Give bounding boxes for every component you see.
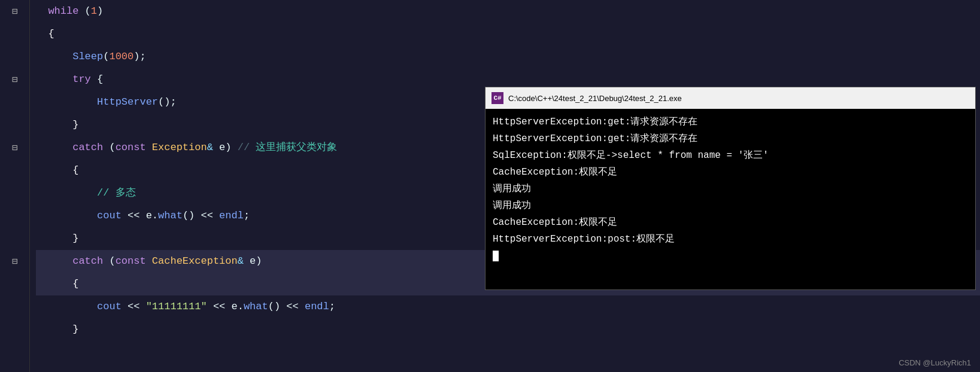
gutter-line-10 <box>0 205 29 227</box>
terminal-line-3: SqlException:权限不足->select * from name = … <box>493 147 968 164</box>
terminal-line-8: HttpServerException:post:权限不足 <box>493 231 968 248</box>
code-line-15: } <box>36 318 980 341</box>
code-editor: ⊟ ⊟ ⊟ ⊟ while (1) { <box>0 0 980 372</box>
gutter-fold-7[interactable]: ⊟ <box>0 136 29 159</box>
gutter-line-2 <box>0 23 29 45</box>
terminal-line-4: CacheException:权限不足 <box>493 164 968 181</box>
terminal-line-2: HttpServerException:get:请求资源不存在 <box>493 130 968 147</box>
code-line-2: { <box>36 23 980 45</box>
terminal-line-5: 调用成功 <box>493 181 968 197</box>
terminal-line-1: HttpServerException:get:请求资源不存在 <box>493 114 968 130</box>
terminal-titlebar: C# C:\code\C++\24test_2_21\Debug\24test_… <box>486 87 975 109</box>
terminal-app-icon: C# <box>491 92 503 104</box>
code-line-14: cout << "11111111" << e.what() << endl; <box>36 295 980 318</box>
gutter-fold-12[interactable]: ⊟ <box>0 250 29 273</box>
terminal-line-7: CacheException:权限不足 <box>493 214 968 231</box>
gutter-line-11 <box>0 227 29 250</box>
code-line-1: while (1) <box>36 0 980 23</box>
gutter-line-8 <box>0 159 29 182</box>
terminal-title: C:\code\C++\24test_2_21\Debug\24test_2_2… <box>508 94 969 103</box>
gutter-line-13 <box>0 273 29 295</box>
gutter-line-15 <box>0 318 29 341</box>
terminal-window[interactable]: C# C:\code\C++\24test_2_21\Debug\24test_… <box>485 87 976 290</box>
gutter-line-6 <box>0 114 29 136</box>
gutter-line-9 <box>0 182 29 205</box>
cursor-block <box>493 251 499 261</box>
gutter-line-14 <box>0 295 29 318</box>
watermark: CSDN @LuckyRich1 <box>899 358 971 367</box>
terminal-cursor-line <box>493 248 968 264</box>
terminal-line-6: 调用成功 <box>493 197 968 214</box>
gutter-fold-1[interactable]: ⊟ <box>0 0 29 23</box>
gutter: ⊟ ⊟ ⊟ ⊟ <box>0 0 30 372</box>
gutter-line-5 <box>0 91 29 114</box>
code-line-3: Sleep(1000); <box>36 45 980 68</box>
terminal-body: HttpServerException:get:请求资源不存在 HttpServ… <box>486 109 975 289</box>
gutter-line-3 <box>0 45 29 68</box>
gutter-fold-4[interactable]: ⊟ <box>0 68 29 91</box>
